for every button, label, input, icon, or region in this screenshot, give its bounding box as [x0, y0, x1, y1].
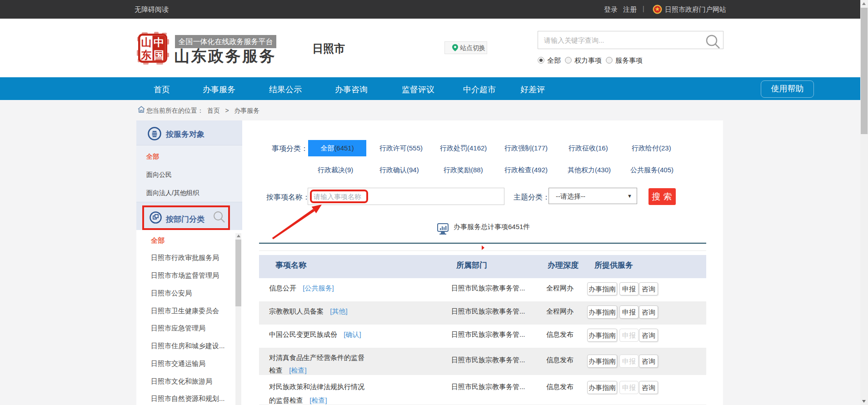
svg-text:国: 国	[154, 49, 164, 61]
svg-text:东: 东	[141, 49, 152, 61]
svg-text:山: 山	[141, 36, 152, 48]
svg-text:中: 中	[154, 36, 164, 48]
